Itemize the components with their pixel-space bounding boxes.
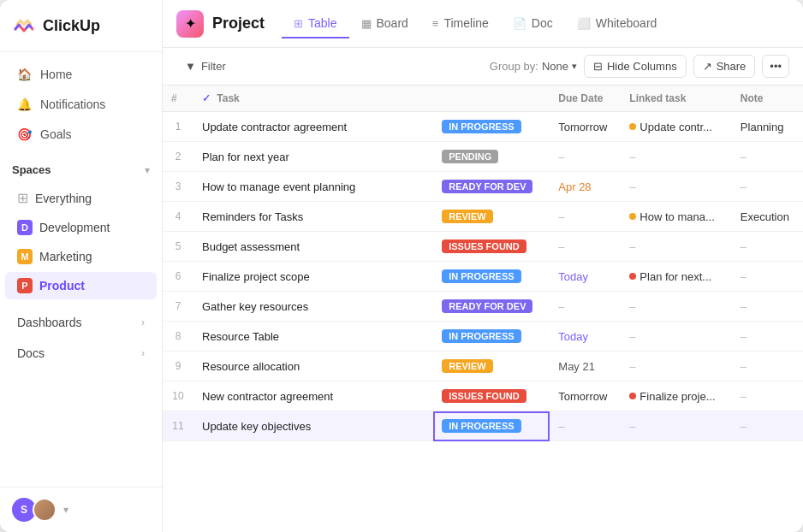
row-task-name[interactable]: Finalize project scope [193, 262, 433, 292]
avatar-group: S [12, 498, 57, 522]
tab-board[interactable]: ▦ Board [349, 9, 420, 38]
sidebar-nav: 🏠 Home 🔔 Notifications 🎯 Goals [0, 52, 162, 157]
row-task-name[interactable]: Resource allocation [193, 352, 433, 381]
status-badge: READY FOR DEV [442, 299, 532, 313]
filter-button[interactable]: ▼ Filter [176, 56, 235, 77]
table-row[interactable]: 3How to manage event planningREADY FOR D… [163, 172, 803, 202]
row-task-name[interactable]: Reminders for Tasks [193, 202, 433, 232]
table-row[interactable]: 6Finalize project scopeIN PROGRESSTodayP… [163, 262, 803, 292]
groupby-control[interactable]: Group by: None ▾ [490, 60, 577, 73]
everything-grid-icon: ⊞ [17, 190, 28, 206]
row-task-name[interactable]: How to manage event planning [193, 172, 433, 202]
row-status: IN PROGRESS [433, 411, 550, 441]
row-status: ISSUES FOUND [433, 232, 550, 262]
table-icon: ⊞ [294, 17, 303, 30]
table-row[interactable]: 1Update contractor agreementIN PROGRESST… [163, 112, 803, 142]
row-note: Execution [732, 202, 803, 232]
row-linked-task: – [621, 411, 732, 441]
doc-icon: 📄 [513, 17, 526, 30]
spaces-section-header[interactable]: Spaces ▾ [0, 157, 162, 183]
table-row[interactable]: 5Budget assessmentISSUES FOUND––– [163, 232, 803, 262]
row-status: ISSUES FOUND [433, 381, 550, 411]
chevron-down-icon: ▾ [145, 164, 150, 176]
status-badge: IN PROGRESS [442, 419, 520, 433]
row-task-name[interactable]: New contractor agreement [193, 381, 433, 411]
row-due-date: – [550, 411, 621, 441]
bell-icon: 🔔 [17, 98, 32, 111]
tab-nav: ⊞ Table ▦ Board ≡ Timeline 📄 Doc ⬜ Wh [282, 9, 669, 38]
more-button[interactable]: ••• [762, 55, 789, 78]
row-due-date: May 21 [550, 352, 621, 381]
row-note: – [732, 322, 803, 352]
table-row[interactable]: 11Update key objectivesIN PROGRESS––– [163, 411, 803, 441]
row-status: REVIEW [433, 352, 550, 381]
sidebar-item-notifications[interactable]: 🔔 Notifications [5, 90, 157, 119]
row-due-date: Today [550, 322, 621, 352]
col-linked: Linked task [621, 86, 732, 112]
share-button[interactable]: ↗ Share [693, 55, 756, 78]
avatar-photo [33, 498, 57, 522]
table-row[interactable]: 4Reminders for TasksREVIEW–How to mana..… [163, 202, 803, 232]
whiteboard-icon: ⬜ [577, 17, 591, 30]
row-note: – [732, 172, 803, 202]
row-task-name[interactable]: Update contractor agreement [193, 112, 433, 142]
table-row[interactable]: 8Resource TableIN PROGRESSToday–– [163, 322, 803, 352]
status-badge: IN PROGRESS [442, 329, 520, 343]
status-badge: IN PROGRESS [442, 120, 520, 133]
linked-dot-icon [629, 123, 636, 130]
row-linked-task: – [621, 172, 732, 202]
sidebar-item-dashboards[interactable]: Dashboards › [5, 308, 157, 337]
toolbar: ▼ Filter Group by: None ▾ ⊟ Hide Columns… [163, 48, 803, 86]
row-num: 5 [163, 232, 193, 262]
row-task-name[interactable]: Gather key resources [193, 292, 433, 322]
col-note: Note [732, 86, 803, 112]
row-linked-task: Plan for next... [621, 262, 732, 292]
filter-icon: ▼ [185, 60, 196, 73]
sidebar-item-goals[interactable]: 🎯 Goals [5, 120, 157, 149]
sidebar-item-docs[interactable]: Docs › [5, 339, 157, 368]
tab-doc[interactable]: 📄 Doc [501, 9, 565, 38]
row-task-name[interactable]: Budget assessment [193, 232, 433, 262]
row-num: 8 [163, 322, 193, 352]
sidebar-item-everything[interactable]: ⊞ Everything [5, 184, 157, 212]
logo: ClickUp [0, 0, 162, 52]
row-status: PENDING [433, 142, 550, 172]
board-icon: ▦ [361, 17, 372, 30]
sidebar-item-marketing[interactable]: M Marketing [5, 243, 157, 270]
columns-button[interactable]: ⊟ Hide Columns [584, 55, 687, 78]
marketing-badge: M [17, 249, 33, 264]
row-status: IN PROGRESS [433, 322, 550, 352]
col-task: ✓ Task [193, 86, 433, 112]
tab-whiteboard[interactable]: ⬜ Whiteboard [565, 9, 669, 38]
sidebar-item-home[interactable]: 🏠 Home [5, 60, 157, 89]
row-due-date: – [550, 202, 621, 232]
row-status: IN PROGRESS [433, 262, 550, 292]
row-note: – [732, 381, 803, 411]
logo-text: ClickUp [43, 17, 100, 35]
tab-table[interactable]: ⊞ Table [282, 9, 348, 38]
row-linked-task: Update contr... [621, 112, 732, 142]
row-linked-task: How to mana... [621, 202, 732, 232]
row-task-name[interactable]: Update key objectives [193, 411, 433, 441]
status-badge: ISSUES FOUND [442, 239, 526, 253]
table-row[interactable]: 2Plan for next yearPENDING––– [163, 142, 803, 172]
tab-timeline[interactable]: ≡ Timeline [420, 9, 501, 38]
sidebar: ClickUp 🏠 Home 🔔 Notifications 🎯 Goals S… [0, 0, 163, 532]
col-due: Due Date [550, 86, 621, 112]
table-row[interactable]: 9Resource allocationREVIEWMay 21–– [163, 352, 803, 381]
row-num: 10 [163, 381, 193, 411]
sidebar-item-product[interactable]: P Product [5, 272, 157, 299]
table-row[interactable]: 10New contractor agreementISSUES FOUNDTo… [163, 381, 803, 411]
row-due-date: Tomorrow [550, 112, 621, 142]
row-num: 11 [163, 411, 193, 441]
status-badge: ISSUES FOUND [442, 389, 526, 403]
row-linked-task: – [621, 142, 732, 172]
table-body: 1Update contractor agreementIN PROGRESST… [163, 112, 803, 441]
row-task-name[interactable]: Plan for next year [193, 142, 433, 172]
sidebar-item-development[interactable]: D Development [5, 214, 157, 241]
chevron-right-icon: › [141, 316, 145, 328]
col-num: # [163, 86, 193, 112]
row-task-name[interactable]: Resource Table [193, 322, 433, 352]
table-row[interactable]: 7Gather key resourcesREADY FOR DEV––– [163, 292, 803, 322]
row-linked-task: Finalize proje... [621, 381, 732, 411]
